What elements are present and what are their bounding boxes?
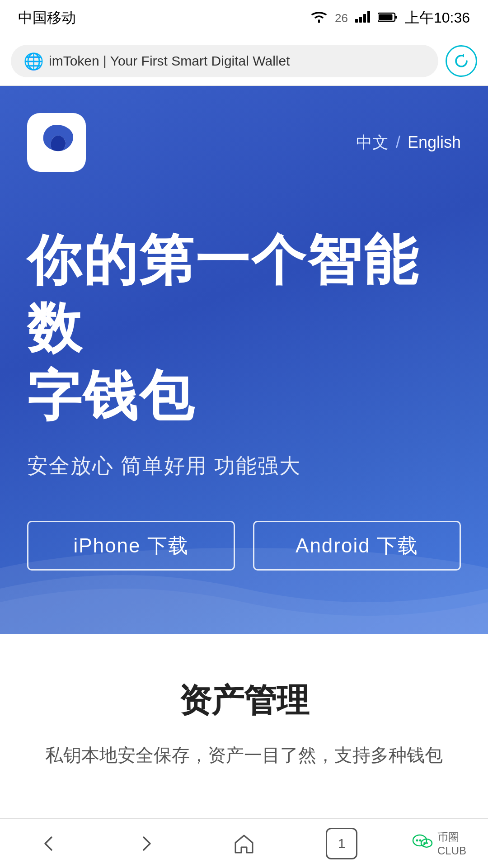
svg-point-8: [416, 839, 418, 841]
club-label: 币圈CLUB: [437, 830, 466, 857]
tabs-button[interactable]: 1: [319, 826, 364, 862]
url-bar[interactable]: 🌐 imToken | Your First Smart Digital Wal…: [11, 45, 438, 77]
chinese-lang-btn[interactable]: 中文: [356, 132, 389, 154]
svg-rect-5: [395, 16, 397, 19]
carrier-label: 中国移动: [18, 8, 76, 28]
svg-rect-3: [367, 11, 370, 23]
wifi-icon: [310, 10, 328, 26]
iphone-download-button[interactable]: iPhone 下载: [27, 521, 235, 571]
svg-rect-2: [363, 14, 366, 23]
svg-point-12: [426, 842, 428, 844]
hero-subtitle: 安全放心 简单好用 功能强大: [27, 452, 461, 480]
status-right: 26 上午10:36: [310, 8, 470, 28]
svg-point-11: [423, 842, 425, 844]
forward-button[interactable]: [124, 826, 169, 862]
language-switcher[interactable]: 中文 / English: [356, 132, 461, 154]
back-button[interactable]: [26, 826, 71, 862]
section-title: 资产管理: [27, 679, 461, 722]
section-description: 私钥本地安全保存，资产一目了然，支持多种钱包: [27, 741, 461, 769]
white-section: 资产管理 私钥本地安全保存，资产一目了然，支持多种钱包: [0, 634, 488, 806]
globe-icon: 🌐: [23, 52, 42, 70]
download-buttons: iPhone 下载 Android 下载: [27, 521, 461, 571]
wechat-club-button[interactable]: 币圈CLUB: [417, 826, 462, 862]
home-button[interactable]: [221, 826, 267, 862]
svg-rect-6: [379, 14, 392, 20]
android-download-button[interactable]: Android 下载: [253, 521, 461, 571]
svg-rect-0: [355, 19, 358, 23]
browser-bar: 🌐 imToken | Your First Smart Digital Wal…: [0, 36, 488, 86]
wechat-icon: [412, 833, 433, 854]
url-text: imToken | Your First Smart Digital Walle…: [49, 53, 426, 69]
app-logo-icon: [36, 118, 77, 167]
hero-section: 中文 / English 你的第一个智能数字钱包 安全放心 简单好用 功能强大 …: [0, 86, 488, 634]
refresh-button[interactable]: [446, 45, 477, 77]
tab-count: 1: [338, 836, 346, 851]
hero-content: 你的第一个智能数字钱包 安全放心 简单好用 功能强大 iPhone 下载 And…: [27, 217, 461, 580]
bottom-nav: 1 币圈CLUB: [0, 818, 488, 868]
svg-point-9: [419, 839, 421, 841]
signal-label: 26: [335, 11, 348, 25]
tab-count-badge: 1: [326, 828, 357, 859]
battery-icon: [378, 10, 398, 26]
signal-bars-icon: [355, 10, 371, 26]
wave-decoration: [0, 552, 488, 634]
english-lang-btn[interactable]: English: [408, 133, 461, 152]
lang-divider: /: [396, 133, 400, 152]
hero-title: 你的第一个智能数字钱包: [27, 226, 461, 429]
hero-nav: 中文 / English: [27, 113, 461, 172]
logo-container: [27, 113, 86, 172]
status-bar: 中国移动 26 上午10:36: [0, 0, 488, 36]
svg-rect-1: [359, 17, 362, 23]
time-label: 上午10:36: [405, 8, 470, 28]
